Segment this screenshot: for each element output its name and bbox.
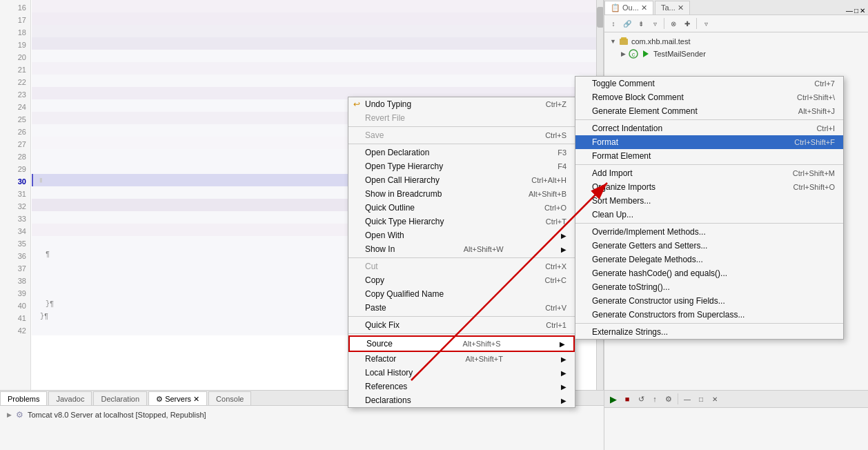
toolbar-sep1 xyxy=(664,18,664,29)
menu-generate-element-comment[interactable]: Generate Element Comment Alt+Shift+J xyxy=(575,104,843,118)
menu-format[interactable]: Format Ctrl+Shift+F xyxy=(575,135,843,149)
menu-clean-up[interactable]: Clean Up... xyxy=(575,208,843,222)
server-item: ▶ ⚙ Tomcat v8.0 Server at localhost [Sto… xyxy=(7,410,597,420)
server-start-btn[interactable]: ▶ xyxy=(607,393,620,405)
class-label: TestMailSender xyxy=(653,50,706,58)
menu-generate-hashcode-equals[interactable]: Generate hashCode() and equals()... xyxy=(575,266,843,280)
sep1 xyxy=(348,126,575,127)
server-maximize-btn[interactable]: □ xyxy=(695,393,707,405)
menu-quick-outline[interactable]: Quick Outline Ctrl+O xyxy=(348,201,575,215)
menu-cut[interactable]: Cut Ctrl+X xyxy=(348,260,575,273)
server-minimize-btn[interactable]: — xyxy=(681,393,693,405)
right-tab-outline[interactable]: 📋 Ou... ✕ xyxy=(604,1,653,14)
menu-source[interactable]: Source Alt+Shift+S ▶ xyxy=(348,335,575,352)
server-expand-icon: ▶ xyxy=(7,411,12,418)
rsep1 xyxy=(575,119,843,120)
sort-btn[interactable]: ⇟ xyxy=(635,17,647,30)
menu-open-call-hierarchy[interactable]: Open Call Hierarchy Ctrl+Alt+H xyxy=(348,173,575,187)
menu-quick-fix[interactable]: Quick Fix Ctrl+1 xyxy=(348,318,575,332)
right-tab-controls: — □ ✕ xyxy=(846,7,868,14)
menu-refactor[interactable]: Refactor Alt+Shift+T ▶ xyxy=(348,352,575,366)
menu-format-element[interactable]: Format Element xyxy=(575,149,843,163)
menu-remove-block-comment[interactable]: Remove Block Comment Ctrl+Shift+\ xyxy=(575,90,843,104)
server-config-btn[interactable]: ⚙ xyxy=(662,393,675,405)
class-icon: c xyxy=(629,49,638,59)
close-btn[interactable]: ✕ xyxy=(860,7,865,14)
menu-local-history[interactable]: Local History ▶ xyxy=(348,366,575,380)
tab-javadoc[interactable]: Javadoc xyxy=(48,391,92,405)
bottom-right-panel: ▶ ■ ↺ ↑ ⚙ — □ ✕ xyxy=(604,390,868,450)
menu-sort-members[interactable]: Sort Members... xyxy=(575,194,843,208)
menu-generate-tostring[interactable]: Generate toString()... xyxy=(575,280,843,294)
servers-content: ▶ ⚙ Tomcat v8.0 Server at localhost [Sto… xyxy=(0,406,604,424)
bottom-right-toolbar: ▶ ■ ↺ ↑ ⚙ — □ ✕ xyxy=(604,391,868,408)
tree-item-class[interactable]: ▶ c TestMailSender xyxy=(607,48,865,60)
menu-paste[interactable]: Paste Ctrl+V xyxy=(348,301,575,315)
hide-btn[interactable]: ⊗ xyxy=(667,17,680,30)
menu-quick-type-hierarchy[interactable]: Quick Type Hierarchy Ctrl+T xyxy=(348,215,575,228)
menu-references[interactable]: References ▶ xyxy=(348,380,575,393)
menu-open-with[interactable]: Open With ▶ xyxy=(348,228,575,242)
sep2 xyxy=(348,144,575,144)
menu-show-breadcrumb[interactable]: Show in Breadcrumb Alt+Shift+B xyxy=(348,187,575,201)
server-label: Tomcat v8.0 Server at localhost [Stopped… xyxy=(28,411,206,419)
filter-btn[interactable]: ▿ xyxy=(649,17,661,30)
server-publish-btn[interactable]: ↑ xyxy=(649,393,661,405)
menu-undo-typing[interactable]: ↩ Undo Typing Ctrl+Z xyxy=(348,97,575,111)
menu-save[interactable]: Save Ctrl+S xyxy=(348,128,575,142)
package-label: com.xhb.mail.test xyxy=(631,37,691,46)
tab-servers[interactable]: ⚙ Servers ✕ xyxy=(148,391,207,405)
menu-copy-qualified-name[interactable]: Copy Qualified Name xyxy=(348,287,575,301)
sep4 xyxy=(348,316,575,317)
menu-generate-getters-setters[interactable]: Generate Getters and Setters... xyxy=(575,239,843,253)
menu-revert-file[interactable]: Revert File xyxy=(348,111,575,125)
svg-marker-4 xyxy=(643,50,649,57)
menu-open-declaration[interactable]: Open Declaration F3 xyxy=(348,146,575,159)
menu-generate-delegate-methods[interactable]: Generate Delegate Methods... xyxy=(575,253,843,266)
menu-toggle-comment[interactable]: Toggle Comment Ctrl+7 xyxy=(575,77,843,90)
right-tab-task[interactable]: Ta... ✕ xyxy=(655,1,690,14)
sep5 xyxy=(348,333,575,334)
menu-show-in[interactable]: Show In Alt+Shift+W ▶ xyxy=(348,242,575,256)
tab-console[interactable]: Console xyxy=(208,391,251,405)
menu-open-type-hierarchy[interactable]: Open Type Hierarchy F4 xyxy=(348,159,575,173)
toolbar-sep2 xyxy=(696,18,697,29)
expand-btn[interactable]: ✚ xyxy=(681,17,693,30)
link-btn[interactable]: 🔗 xyxy=(621,17,633,30)
collapse-all-btn[interactable]: ↕ xyxy=(607,17,620,30)
svg-text:c: c xyxy=(632,51,635,58)
sep3 xyxy=(348,257,575,258)
menu-externalize-strings[interactable]: Externalize Strings... xyxy=(575,325,843,339)
tab-problems[interactable]: Problems xyxy=(0,391,47,405)
undo-icon: ↩ xyxy=(351,99,362,110)
tab-declaration[interactable]: Declaration xyxy=(93,391,147,405)
menu-correct-indentation[interactable]: Correct Indentation Ctrl+I xyxy=(575,121,843,135)
run-icon xyxy=(641,49,651,59)
right-toolbar: ↕ 🔗 ⇟ ▿ ⊗ ✚ ▿ xyxy=(604,15,868,32)
rsep2 xyxy=(575,164,843,165)
svg-rect-1 xyxy=(621,37,627,40)
dropdown-btn[interactable]: ▿ xyxy=(700,17,712,30)
menu-override-implement[interactable]: Override/Implement Methods... xyxy=(575,225,843,239)
menu-generate-constructor-fields[interactable]: Generate Constructor using Fields... xyxy=(575,294,843,308)
context-menu-left: ↩ Undo Typing Ctrl+Z Revert File Save Ct… xyxy=(348,97,575,408)
menu-copy[interactable]: Copy Ctrl+C xyxy=(348,273,575,287)
minimize-btn[interactable]: — xyxy=(846,7,853,14)
server-close-btn[interactable]: ✕ xyxy=(709,393,721,405)
menu-declarations[interactable]: Declarations ▶ xyxy=(348,393,575,407)
maximize-btn[interactable]: □ xyxy=(854,7,858,14)
sep xyxy=(678,393,678,404)
menu-generate-constructors-superclass[interactable]: Generate Constructors from Superclass... xyxy=(575,308,843,322)
server-restart-btn[interactable]: ↺ xyxy=(635,393,647,405)
server-stop-btn[interactable]: ■ xyxy=(621,393,633,405)
tree-item-package[interactable]: ▼ com.xhb.mail.test xyxy=(607,35,865,48)
menu-add-import[interactable]: Add Import Ctrl+Shift+M xyxy=(575,166,843,180)
scrollbar-thumb[interactable] xyxy=(597,7,604,28)
context-menu-right: Toggle Comment Ctrl+7 Remove Block Comme… xyxy=(575,76,844,340)
right-panel-tabs: 📋 Ou... ✕ Ta... ✕ — □ ✕ xyxy=(604,0,868,15)
menu-organize-imports[interactable]: Organize Imports Ctrl+Shift+O xyxy=(575,180,843,194)
class-arrow: ▶ xyxy=(621,50,626,57)
rsep3 xyxy=(575,223,843,224)
line-numbers: 16 17 18 19 20 21 22 23 24 25 26 27 28 2… xyxy=(0,0,31,390)
tree-area: ▼ com.xhb.mail.test ▶ c TestMailSender xyxy=(604,32,868,63)
